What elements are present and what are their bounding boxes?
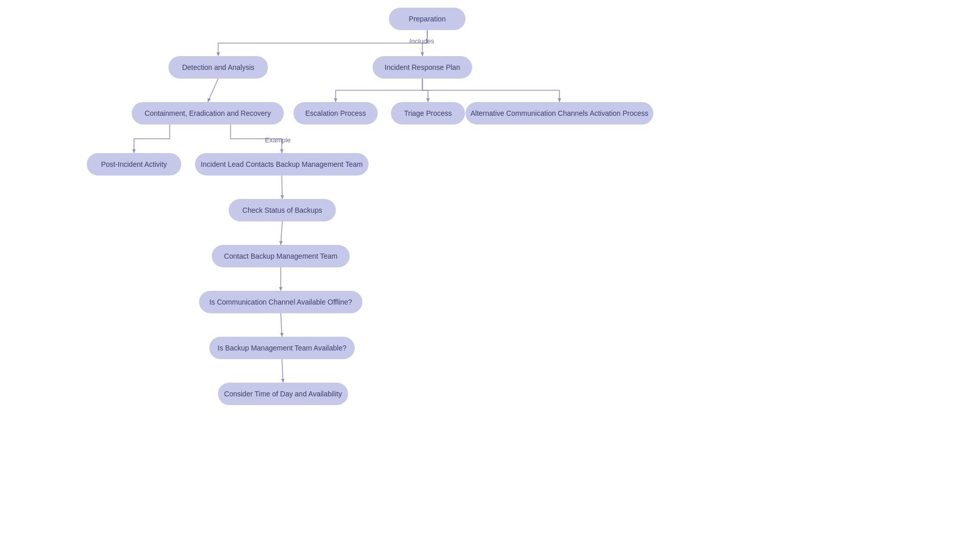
node-post-incident: Post-Incident Activity	[87, 153, 181, 176]
svg-line-2	[208, 79, 218, 102]
node-detection: Detection and Analysis	[168, 56, 268, 79]
svg-marker-8	[280, 149, 284, 153]
svg-marker-18	[281, 379, 285, 383]
node-triage: Triage Process	[391, 102, 465, 124]
node-incident-response: Incident Response Plan	[373, 56, 472, 79]
svg-marker-14	[279, 287, 283, 291]
node-preparation: Preparation	[389, 8, 465, 30]
node-incident-lead: Incident Lead Contacts Backup Management…	[195, 153, 369, 176]
svg-marker-12	[279, 241, 283, 245]
node-is-backup: Is Backup Management Team Available?	[209, 337, 355, 359]
svg-line-17	[282, 359, 283, 383]
node-escalation: Escalation Process	[293, 102, 378, 124]
node-alt-comm: Alternative Communication Channels Activ…	[465, 102, 653, 124]
svg-line-9	[282, 176, 282, 199]
svg-line-15	[281, 313, 282, 337]
connectors-svg	[0, 0, 980, 551]
node-consider-time: Consider Time of Day and Availability	[218, 383, 348, 405]
diagram-container: Preparation Detection and Analysis Incid…	[0, 0, 980, 551]
label-includes: Includes	[409, 37, 434, 45]
svg-marker-6	[558, 98, 561, 102]
svg-marker-0	[216, 53, 220, 56]
label-example: Example	[265, 136, 291, 144]
svg-marker-10	[280, 195, 284, 199]
node-is-comm: Is Communication Channel Available Offli…	[199, 291, 362, 313]
svg-marker-1	[421, 53, 424, 56]
svg-marker-7	[132, 149, 136, 153]
svg-marker-3	[208, 98, 211, 102]
svg-marker-4	[334, 98, 337, 102]
node-check-status: Check Status of Backups	[229, 199, 336, 221]
svg-line-11	[281, 221, 282, 245]
node-contact-backup: Contact Backup Management Team	[212, 245, 350, 267]
svg-marker-16	[280, 333, 284, 337]
node-containment: Containment, Eradication and Recovery	[132, 102, 284, 124]
svg-marker-5	[426, 98, 430, 102]
